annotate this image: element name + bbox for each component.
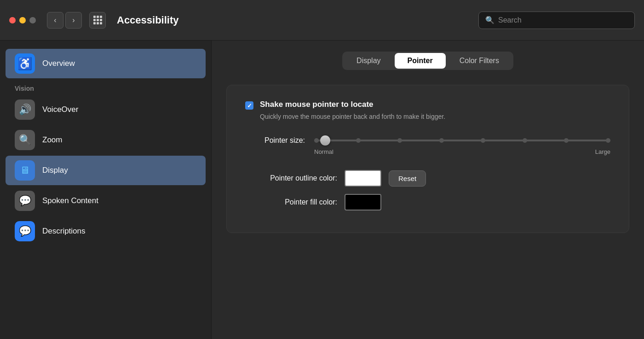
spoken-icon: 💬 (15, 191, 35, 211)
nav-buttons: ‹ › (47, 12, 82, 29)
shake-checkbox[interactable]: ✓ (245, 101, 253, 110)
fill-color-row: Pointer fill color: (245, 194, 610, 210)
slider-dot (356, 138, 361, 143)
forward-icon: › (72, 16, 75, 24)
overview-icon: ♿ (15, 53, 35, 74)
voiceover-label: VoiceOver (42, 105, 78, 114)
search-input[interactable] (498, 16, 628, 24)
reset-button[interactable]: Reset (389, 170, 426, 187)
sidebar-item-zoom[interactable]: 🔍 Zoom (6, 125, 206, 155)
slider-thumb[interactable] (320, 135, 330, 146)
minimize-button[interactable] (19, 17, 26, 23)
descriptions-icon: 💬 (15, 221, 35, 241)
window-title: Accessibility (117, 14, 471, 26)
pointer-settings-card: ✓ Shake mouse pointer to locate Quickly … (226, 85, 629, 233)
sidebar: ♿ Overview Vision 🔊 VoiceOver 🔍 Zoom 🖥 D… (0, 41, 212, 339)
tab-display[interactable]: Display (344, 53, 393, 69)
close-button[interactable] (9, 17, 16, 23)
slider-label-normal: Normal (314, 148, 334, 155)
grid-icon (93, 16, 102, 24)
sidebar-item-descriptions[interactable]: 💬 Descriptions (6, 216, 206, 246)
sidebar-item-voiceover[interactable]: 🔊 VoiceOver (6, 95, 206, 124)
sidebar-item-spoken[interactable]: 💬 Spoken Content (6, 186, 206, 216)
slider-dot (481, 138, 485, 143)
fill-color-swatch[interactable] (345, 194, 381, 210)
display-icon: 🖥 (15, 160, 35, 181)
voiceover-icon: 🔊 (15, 99, 35, 120)
pointer-size-label: Pointer size: (245, 136, 305, 145)
outline-color-swatch[interactable] (345, 170, 381, 187)
tab-color-filters[interactable]: Color Filters (447, 53, 512, 69)
color-section: Pointer outline color: Reset Pointer fil… (245, 170, 610, 210)
right-panel: Display Pointer Color Filters ✓ Shake mo… (212, 41, 644, 339)
back-icon: ‹ (54, 16, 56, 24)
shake-checkbox-container[interactable]: ✓ (245, 101, 253, 110)
fill-color-label: Pointer fill color: (245, 198, 337, 206)
checkmark-icon: ✓ (247, 102, 252, 109)
tabs: Display Pointer Color Filters (342, 52, 513, 70)
slider-dot (523, 138, 527, 143)
slider-dot (314, 138, 319, 143)
slider-dot (564, 138, 569, 143)
zoom-label: Zoom (42, 135, 62, 145)
spoken-label: Spoken Content (42, 196, 98, 205)
titlebar: ‹ › Accessibility 🔍 (0, 0, 644, 41)
back-button[interactable]: ‹ (47, 12, 63, 29)
tab-pointer[interactable]: Pointer (395, 53, 446, 69)
sidebar-item-display[interactable]: 🖥 Display (6, 156, 206, 185)
sidebar-item-overview[interactable]: ♿ Overview (6, 49, 206, 78)
traffic-lights (9, 17, 36, 23)
overview-label: Overview (42, 59, 75, 68)
slider-labels: Normal Large (245, 148, 610, 155)
slider-dot (439, 138, 444, 143)
pointer-size-slider[interactable] (314, 140, 610, 141)
pointer-size-row: Pointer size: (245, 136, 610, 145)
zoom-icon: 🔍 (15, 130, 35, 150)
slider-dot (397, 138, 402, 143)
outline-color-label: Pointer outline color: (245, 174, 337, 182)
search-box[interactable]: 🔍 (478, 12, 635, 29)
slider-dot (606, 138, 610, 143)
shake-title: Shake mouse pointer to locate (260, 100, 445, 109)
maximize-button[interactable] (29, 17, 36, 23)
tabs-container: Display Pointer Color Filters (226, 52, 629, 70)
slider-track (314, 140, 610, 141)
search-icon: 🔍 (485, 16, 494, 24)
slider-label-large: Large (595, 148, 610, 155)
shake-text: Shake mouse pointer to locate Quickly mo… (260, 100, 445, 122)
main-content: ♿ Overview Vision 🔊 VoiceOver 🔍 Zoom 🖥 D… (0, 41, 644, 339)
vision-section-label: Vision (0, 79, 211, 94)
outline-color-row: Pointer outline color: Reset (245, 170, 610, 187)
slider-dots (314, 138, 610, 143)
shake-desc: Quickly move the mouse pointer back and … (260, 112, 445, 122)
shake-row: ✓ Shake mouse pointer to locate Quickly … (245, 100, 610, 122)
descriptions-label: Descriptions (42, 227, 86, 236)
display-label: Display (42, 166, 68, 175)
forward-button[interactable]: › (65, 12, 82, 29)
grid-view-button[interactable] (89, 12, 106, 29)
